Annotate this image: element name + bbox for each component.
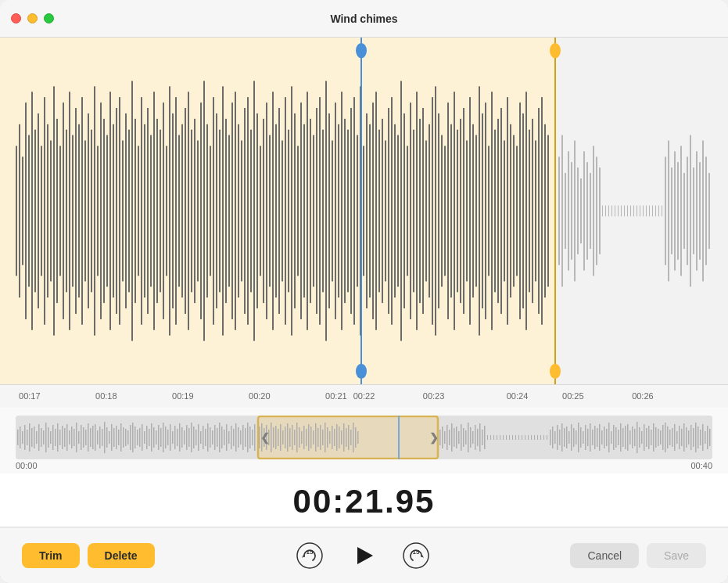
svg-rect-171 xyxy=(544,124,546,298)
svg-rect-312 xyxy=(212,430,213,444)
svg-point-226 xyxy=(550,43,561,58)
skip-back-button[interactable]: 15 xyxy=(295,541,325,570)
svg-rect-345 xyxy=(289,428,291,447)
svg-rect-463 xyxy=(653,423,654,452)
svg-rect-53 xyxy=(175,97,177,325)
svg-rect-176 xyxy=(568,151,569,270)
timeline-ruler: 00:17 00:18 00:19 00:20 00:21 00:22 00:2… xyxy=(0,384,728,408)
svg-rect-154 xyxy=(491,92,493,330)
svg-rect-282 xyxy=(142,424,143,451)
svg-rect-379 xyxy=(439,430,441,445)
svg-rect-429 xyxy=(573,428,575,447)
svg-rect-190 xyxy=(611,206,612,217)
svg-rect-350 xyxy=(301,431,303,444)
svg-rect-179 xyxy=(577,167,579,254)
svg-rect-400 xyxy=(490,435,491,440)
svg-rect-135 xyxy=(432,97,433,325)
svg-rect-251 xyxy=(69,430,70,444)
minimize-button[interactable] xyxy=(27,13,38,23)
titlebar: Wind chimes xyxy=(0,0,728,38)
svg-rect-159 xyxy=(507,97,508,325)
svg-rect-102 xyxy=(328,113,330,308)
svg-rect-303 xyxy=(191,423,192,452)
ruler-mark-25: 00:25 xyxy=(562,391,584,401)
svg-rect-82 xyxy=(266,103,267,319)
svg-rect-311 xyxy=(210,427,211,448)
svg-rect-342 xyxy=(282,430,284,444)
svg-rect-60 xyxy=(197,141,199,282)
svg-rect-40 xyxy=(134,119,136,303)
svg-rect-29 xyxy=(100,103,102,319)
ruler-mark-20: 00:20 xyxy=(249,391,271,401)
svg-rect-13 xyxy=(50,141,52,282)
play-button[interactable] xyxy=(346,539,379,572)
svg-rect-68 xyxy=(222,86,224,335)
svg-rect-449 xyxy=(620,423,622,452)
svg-rect-221 xyxy=(708,173,710,249)
close-button[interactable] xyxy=(11,13,21,23)
mini-timeline[interactable]: // We'll just draw them statically xyxy=(16,416,712,459)
svg-rect-44 xyxy=(147,108,149,314)
skip-forward-button[interactable]: 15 xyxy=(401,541,431,570)
svg-rect-15 xyxy=(56,119,58,303)
svg-rect-421 xyxy=(554,431,556,444)
maximize-button[interactable] xyxy=(44,13,54,23)
trim-button[interactable]: Trim xyxy=(22,543,80,568)
svg-rect-64 xyxy=(210,146,211,275)
svg-rect-469 xyxy=(667,426,669,448)
svg-rect-270 xyxy=(113,428,115,447)
svg-rect-247 xyxy=(59,430,61,445)
svg-rect-109 xyxy=(350,108,352,314)
svg-rect-322 xyxy=(235,423,237,452)
svg-rect-129 xyxy=(413,130,414,293)
svg-rect-455 xyxy=(634,429,636,446)
svg-rect-340 xyxy=(278,429,279,446)
svg-rect-152 xyxy=(485,103,486,319)
svg-rect-439 xyxy=(597,428,598,447)
svg-rect-32 xyxy=(109,92,111,330)
save-button[interactable]: Save xyxy=(647,543,706,568)
svg-rect-354 xyxy=(310,426,312,448)
svg-rect-10 xyxy=(41,146,42,275)
mini-timeline-svg: // We'll just draw them statically xyxy=(16,416,712,459)
svg-rect-65 xyxy=(213,97,214,325)
svg-rect-241 xyxy=(45,423,47,452)
svg-rect-20 xyxy=(72,135,74,287)
svg-rect-462 xyxy=(651,430,652,445)
svg-rect-39 xyxy=(131,81,133,340)
svg-rect-26 xyxy=(91,130,92,293)
svg-rect-393 xyxy=(472,431,474,444)
delete-button[interactable]: Delete xyxy=(88,543,155,568)
svg-rect-180 xyxy=(580,178,582,243)
svg-rect-199 xyxy=(640,206,640,217)
svg-rect-156 xyxy=(497,119,499,303)
svg-rect-363 xyxy=(332,426,333,449)
svg-rect-232 xyxy=(24,425,26,450)
svg-rect-213 xyxy=(683,173,685,249)
svg-rect-21 xyxy=(75,108,77,314)
svg-point-492 xyxy=(403,543,429,568)
svg-rect-254 xyxy=(76,423,77,452)
svg-rect-285 xyxy=(149,429,150,446)
svg-rect-218 xyxy=(699,162,701,260)
svg-rect-465 xyxy=(658,429,659,446)
svg-rect-397 xyxy=(482,430,483,445)
svg-rect-404 xyxy=(503,435,504,440)
svg-rect-327 xyxy=(247,423,249,452)
svg-rect-328 xyxy=(249,426,251,448)
cancel-button[interactable]: Cancel xyxy=(570,543,639,568)
svg-rect-165 xyxy=(525,92,527,330)
svg-rect-24 xyxy=(84,141,86,282)
svg-rect-198 xyxy=(637,206,637,217)
svg-rect-373 xyxy=(355,427,357,448)
svg-rect-417 xyxy=(543,435,544,440)
app-window: Wind chimes xyxy=(0,0,728,583)
svg-rect-193 xyxy=(621,206,622,217)
svg-rect-71 xyxy=(231,103,233,319)
svg-rect-169 xyxy=(538,108,540,314)
svg-rect-59 xyxy=(194,119,195,303)
svg-rect-194 xyxy=(624,206,625,217)
svg-rect-104 xyxy=(335,103,336,319)
waveform-canvas[interactable] xyxy=(0,38,728,384)
svg-rect-438 xyxy=(594,426,596,449)
